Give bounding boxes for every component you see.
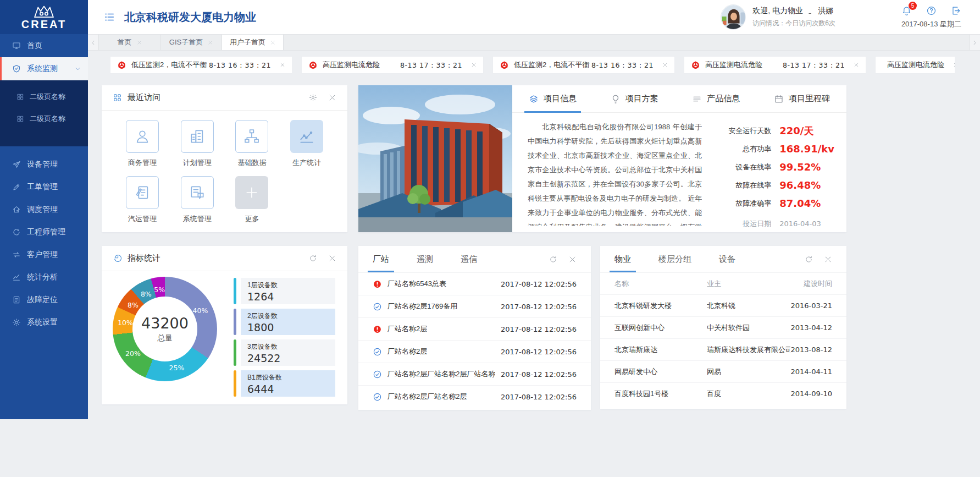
project-stats: 安全运行天数 220/天 总有功率 168.91/kv 设备在线率 99.52%… — [702, 120, 834, 233]
close-icon[interactable] — [568, 255, 577, 264]
user-name[interactable]: 洪娜 — [818, 6, 833, 16]
stat-label: 总有功率 — [718, 144, 771, 154]
settings-icon[interactable] — [309, 94, 317, 102]
close-icon[interactable] — [854, 62, 859, 68]
tab-telemetry[interactable]: 遥测 — [417, 246, 433, 272]
shortcut-transport-mgmt[interactable]: 汽运管理 — [115, 176, 170, 224]
donut-total-label: 总量 — [157, 333, 173, 343]
shortcut-production-stats[interactable]: 生产统计 — [279, 120, 334, 168]
close-icon[interactable] — [824, 255, 832, 264]
shortcut-plan-mgmt[interactable]: 计划管理 — [170, 120, 225, 168]
help-icon[interactable] — [926, 6, 937, 16]
close-icon[interactable] — [471, 62, 477, 68]
sidebar-item-label: 客户管理 — [27, 250, 58, 260]
logout-icon[interactable] — [951, 6, 961, 16]
legend-row[interactable]: 2层设备数 1800 — [234, 309, 335, 335]
station-tabs: 厂站 遥测 遥信 — [358, 246, 591, 272]
tab-project-plan[interactable]: 项目方案 — [611, 85, 658, 112]
tab-bar: 首页 GIS子首页 用户子首页 — [88, 34, 980, 51]
donut-chart: 43200 总量 40%25%20%10%8%8%5% — [113, 277, 217, 381]
shortcut-business-mgmt[interactable]: 商务管理 — [115, 120, 170, 168]
tab-label: GIS子首页 — [169, 37, 203, 47]
shortcut-more[interactable]: 更多 — [225, 176, 280, 224]
sidebar-item-system-monitoring[interactable]: 系统监测 — [0, 57, 88, 80]
app-logo[interactable]: CREAT — [0, 0, 88, 34]
notifications-button[interactable]: 5 — [901, 6, 912, 16]
legend-label: B1层设备数 — [247, 373, 329, 382]
tab-product-info[interactable]: 产品信息 — [692, 85, 740, 112]
refresh-icon[interactable] — [309, 254, 317, 262]
close-icon[interactable] — [662, 62, 668, 68]
menu-toggle-button[interactable] — [103, 11, 115, 23]
sidebar-item-system-settings[interactable]: 系统设置 — [0, 311, 88, 333]
page-tab[interactable]: 用户子首页 — [222, 35, 284, 50]
station-row[interactable]: 厂站名称6543总表 2017-08-12 12:02:56 — [358, 272, 591, 295]
sidebar-subitem-2[interactable]: 二级页名称 — [0, 108, 88, 130]
refresh-icon[interactable] — [805, 255, 813, 264]
page-tab[interactable]: 首页 — [99, 35, 160, 50]
tab-project-info[interactable]: 项目信息 — [529, 85, 577, 112]
table-row[interactable]: 互联网创新中心 中关村软件园 2013-04-12 — [600, 316, 846, 338]
sidebar-item-stats-analysis[interactable]: 统计分析 — [0, 266, 88, 288]
sidebar-item-customer-mgmt[interactable]: 客户管理 — [0, 243, 88, 266]
alert-card[interactable]: 高压监测电流危险 8-13 17 : 33 : 21 — [684, 56, 866, 74]
table-row[interactable]: 北京科锐研发大楼 北京科锐 2016-03-21 — [600, 294, 846, 316]
check-icon — [373, 347, 382, 357]
property-owner: 百度 — [707, 389, 790, 399]
tab-project-milestone[interactable]: 项目里程碑 — [774, 85, 830, 112]
legend-value: 6444 — [247, 383, 329, 395]
alert-card[interactable]: 低压监测2，电流不平衡 8-13 16 : 33 : 21 — [492, 56, 675, 74]
station-row[interactable]: 厂站名称2层厂站名称2层 2017-08-12 12:02:56 — [358, 385, 591, 408]
shortcut-base-data[interactable]: 基础数据 — [225, 120, 280, 168]
property-name: 网易研发中心 — [614, 367, 707, 377]
caret-down-icon[interactable] — [806, 9, 811, 14]
refresh-icon[interactable] — [549, 255, 557, 264]
tab-devices[interactable]: 设备 — [719, 246, 735, 272]
close-tab-icon[interactable] — [270, 40, 275, 45]
stat-row: 安全运行天数 220/天 — [718, 122, 834, 140]
station-row[interactable]: 厂站名称2层 2017-08-12 12:02:56 — [358, 340, 591, 363]
alert-card[interactable]: 高压监测电流危险 — [875, 56, 955, 74]
panel-title: 最近访问 — [128, 92, 160, 103]
pencil-icon — [12, 183, 21, 191]
close-icon[interactable] — [280, 62, 285, 68]
close-icon[interactable] — [953, 62, 955, 68]
tab-property[interactable]: 物业 — [614, 246, 631, 272]
station-name: 厂站名称2层 — [387, 347, 427, 357]
tabs-scroll-right-button[interactable] — [969, 35, 980, 50]
station-row[interactable]: 厂站名称2层 2017-08-12 12:02:56 — [358, 317, 591, 340]
sidebar-item-device-mgmt[interactable]: 设备管理 — [0, 153, 88, 176]
legend-row[interactable]: 3层设备数 24522 — [234, 339, 335, 366]
table-row[interactable]: 网易研发中心 网易 2014-04-11 — [600, 360, 846, 382]
tab-station[interactable]: 厂站 — [373, 246, 389, 272]
page-tab[interactable]: GIS子首页 — [160, 35, 222, 50]
station-row[interactable]: 厂站名称2层厂站名称2层厂站名称2层 2017-08-12 12:02:56 — [358, 363, 591, 385]
station-row[interactable]: 厂站名称2层1769备用 2017-08-12 12:02:56 — [358, 295, 591, 317]
alert-card[interactable]: 低压监测2，电流不平衡 8-13 16 : 33 : 21 — [110, 56, 292, 74]
close-icon[interactable] — [328, 254, 336, 262]
sidebar-item-engineer-mgmt[interactable]: 工程师管理 — [0, 221, 88, 243]
sidebar-item-home[interactable]: 首页 — [0, 34, 88, 57]
sidebar-item-dispatch-mgmt[interactable]: 调度管理 — [0, 198, 88, 221]
legend-row[interactable]: B1层设备数 6444 — [234, 370, 335, 397]
shortcut-system-mgmt[interactable]: 系统管理 — [170, 176, 225, 224]
sidebar-item-workorder-mgmt[interactable]: 工单管理 — [0, 176, 88, 198]
sidebar-item-fault-location[interactable]: 故障定位 — [0, 288, 88, 311]
sidebar-subitem-1[interactable]: 二级页名称 — [0, 86, 88, 108]
table-row[interactable]: 百度科技园1号楼 百度 2014-09-10 — [600, 382, 846, 404]
tab-floor-groups[interactable]: 楼层分组 — [658, 246, 691, 272]
sidebar-item-label: 系统监测 — [27, 64, 58, 74]
close-icon[interactable] — [328, 94, 336, 102]
close-tab-icon[interactable] — [137, 40, 142, 45]
tab-telesignal[interactable]: 遥信 — [461, 246, 477, 272]
stat-value: 2016-04-03 — [779, 220, 821, 228]
avatar[interactable] — [721, 4, 746, 30]
property-name: 互联网创新中心 — [614, 323, 707, 333]
table-row[interactable]: 北京瑞斯康达 瑞斯康达科技发展有限公司 2013-08-12 — [600, 338, 846, 360]
close-tab-icon[interactable] — [208, 40, 213, 45]
legend-row[interactable]: 1层设备数 1264 — [234, 278, 335, 304]
alert-strip: 低压监测2，电流不平衡 8-13 16 : 33 : 21 高压监测电流危险 8… — [110, 56, 955, 74]
alert-time: 8-13 17 : 33 : 21 — [783, 61, 845, 69]
alert-card[interactable]: 高压监测电流危险 8-13 17 : 33 : 21 — [301, 56, 484, 74]
tabs-scroll-left-button[interactable] — [88, 35, 99, 50]
